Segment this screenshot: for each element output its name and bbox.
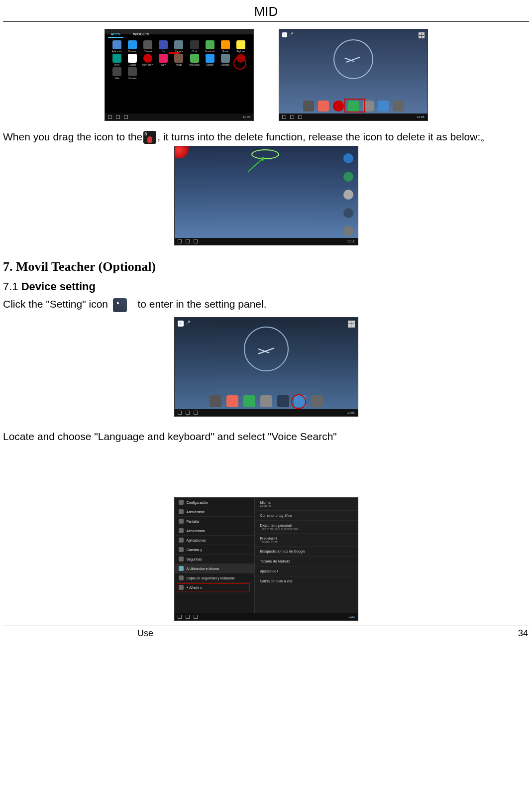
settings-item[interactable]: Copia de seguridad y restaurac	[175, 573, 255, 583]
settings-item[interactable]: Almacenam	[175, 526, 255, 536]
dock-icon[interactable]	[210, 395, 221, 407]
dock-icon[interactable]	[226, 395, 238, 407]
app-item[interactable]: Google	[125, 54, 140, 66]
home-icon[interactable]	[116, 115, 120, 119]
back-icon[interactable]	[178, 411, 182, 415]
home-icon[interactable]	[186, 411, 190, 415]
app-item[interactable]: Play Store	[187, 54, 202, 66]
google-search-icon[interactable]: g	[282, 32, 287, 37]
google-search-icon[interactable]: g	[178, 321, 184, 327]
screenshot-apps-grid: APPS WIDGETS Aplicación Browser Calculat…	[105, 29, 254, 121]
dock-icon[interactable]	[343, 190, 353, 200]
dock-icon[interactable]	[243, 395, 255, 407]
voice-search-icon[interactable]: 🎤	[289, 32, 294, 36]
settings-row[interactable]: Diccionario personalToca y añ texto al d…	[255, 521, 357, 534]
settings-item[interactable]: Cuentas y	[175, 545, 255, 555]
settings-row[interactable]: IdiomaEspañol	[255, 498, 357, 511]
home-icon[interactable]	[290, 115, 294, 119]
back-icon[interactable]	[178, 615, 182, 619]
settings-item[interactable]: Configuración	[175, 498, 255, 507]
screenshot-delete-demo: 10:12	[174, 146, 358, 245]
analog-clock-widget[interactable]	[333, 39, 373, 79]
nav-time: 10:12	[347, 240, 354, 243]
dock-icon[interactable]	[343, 153, 353, 163]
settings-item[interactable]: Seguridad	[175, 555, 255, 564]
app-item[interactable]: Mov	[156, 54, 171, 66]
settings-icon	[113, 298, 127, 312]
dock-icon[interactable]	[311, 395, 323, 407]
nav-bar: 10:05	[175, 409, 358, 416]
dock-icon[interactable]	[318, 101, 329, 112]
app-item[interactable]: Explorer	[233, 40, 248, 53]
dock-icon[interactable]	[333, 101, 344, 112]
nav-bar: 2:23	[175, 613, 358, 620]
dock-icon[interactable]	[343, 208, 353, 218]
voice-app-icon	[143, 131, 156, 144]
section-heading: 7. Movil Teacher (Optional)	[3, 259, 529, 274]
settings-row[interactable]: PredetermiTeclado y me	[255, 534, 357, 547]
app-item[interactable]: NAVI	[110, 54, 124, 66]
footer-text: Use	[4, 628, 153, 639]
back-icon[interactable]	[108, 115, 112, 119]
dock-icon[interactable]	[343, 172, 353, 182]
app-item[interactable]: Browser	[125, 40, 140, 53]
app-item[interactable]: Clock	[187, 40, 202, 53]
side-dock	[342, 153, 355, 236]
annotation-red-box	[344, 99, 365, 112]
recent-icon[interactable]	[194, 411, 198, 415]
back-icon[interactable]	[178, 239, 182, 243]
dock-settings-icon[interactable]	[277, 395, 289, 407]
recent-icon[interactable]	[194, 239, 198, 243]
settings-item[interactable]: Aplicaciones	[175, 536, 255, 545]
recent-icon[interactable]	[194, 615, 198, 619]
app-item[interactable]: Cal	[156, 40, 171, 53]
screenshot-home-settings: g 🎤 10:05	[174, 317, 358, 417]
back-icon[interactable]	[282, 115, 286, 119]
app-item[interactable]: MovTeac™	[141, 54, 155, 66]
apps-button-icon[interactable]	[419, 32, 425, 38]
settings-row[interactable]: Corrector ortográfico	[255, 511, 357, 521]
page-number: 34	[518, 628, 528, 639]
dock-icon[interactable]	[303, 101, 314, 112]
page-footer: Use 34	[3, 626, 529, 648]
app-item[interactable]: Download	[203, 40, 217, 53]
recent-icon[interactable]	[298, 115, 302, 119]
app-item[interactable]: Camera	[125, 67, 140, 80]
settings-row[interactable]: Teclado de Android	[255, 557, 357, 566]
voice-search-icon[interactable]: 🎤	[186, 321, 191, 325]
page-header: MID	[3, 0, 529, 22]
tab-widgets[interactable]: WIDGETS	[130, 31, 153, 38]
home-icon[interactable]	[186, 239, 190, 243]
app-item[interactable]: Email	[218, 40, 232, 53]
app-item[interactable]: Settings	[218, 54, 232, 66]
app-item[interactable]: Peopl	[172, 54, 186, 66]
screenshot-settings-panel: Configuración Administrac Pantalla Almac…	[174, 497, 358, 621]
recent-icon[interactable]	[124, 115, 128, 119]
voice-app-red-icon[interactable]	[175, 146, 189, 158]
settings-item[interactable]: Pantalla	[175, 517, 255, 526]
dock-icon[interactable]	[378, 101, 389, 112]
home-icon[interactable]	[186, 615, 190, 619]
nav-time: 11:05	[417, 115, 424, 118]
dock-icon[interactable]	[393, 101, 404, 112]
settings-right-pane: IdiomaEspañol Corrector ortográfico Dicc…	[255, 498, 357, 613]
app-item[interactable]: Search	[203, 54, 217, 66]
tab-apps[interactable]: APPS	[108, 31, 123, 38]
settings-row[interactable]: Búsqueda por voz de Google	[255, 547, 357, 557]
annotation-red-stroke	[169, 52, 180, 54]
apps-button-icon[interactable]	[348, 321, 355, 328]
settings-row[interactable]: Salida de texto a voz	[255, 576, 357, 586]
app-item[interactable]: Vide	[110, 67, 124, 80]
settings-item-language[interactable]: A Ubicación e idioma	[175, 564, 255, 573]
dock-icon[interactable]	[343, 226, 353, 236]
app-item[interactable]: Aplicación	[110, 40, 124, 53]
app-item[interactable]: Calculat	[141, 40, 155, 53]
annotation-red-circle	[291, 394, 306, 409]
nav-bar: 11:05	[105, 113, 253, 120]
settings-item[interactable]: Administrac	[175, 507, 255, 517]
analog-clock-widget[interactable]	[244, 327, 289, 371]
paragraph-language-keyboard: Locate and choose "Language and keyboard…	[3, 430, 529, 444]
app-item[interactable]: Camera	[172, 40, 186, 53]
dock-icon[interactable]	[260, 395, 272, 407]
settings-row[interactable]: Ajustes de t	[255, 566, 357, 576]
